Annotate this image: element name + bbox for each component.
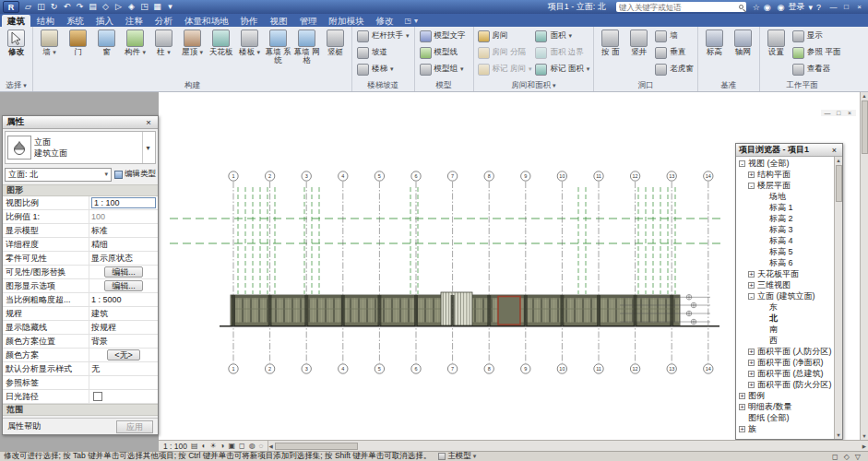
- ribbon-button[interactable]: 栏杆扶手▾: [355, 28, 411, 44]
- scroll-down-icon[interactable]: ▼: [862, 432, 866, 440]
- thin-lines-icon[interactable]: ▦: [151, 1, 163, 13]
- scroll-right-icon[interactable]: ▶: [862, 443, 868, 450]
- minimize-icon[interactable]: —: [827, 1, 839, 13]
- temporary-hide-icon[interactable]: ◍: [249, 442, 256, 450]
- panel-dropdown-icon[interactable]: ▾: [23, 82, 27, 89]
- ribbon-button[interactable]: 窗: [92, 28, 121, 56]
- property-value[interactable]: 编辑...: [89, 266, 158, 278]
- ribbon-button[interactable]: 竖井: [624, 28, 653, 56]
- browser-tree-item[interactable]: 标高 6: [736, 257, 834, 268]
- property-value[interactable]: 精细: [89, 238, 158, 251]
- ribbon-minimize-icon[interactable]: ▾: [414, 17, 418, 25]
- login-label[interactable]: 登录: [788, 1, 804, 13]
- crop-view-icon[interactable]: ▣: [228, 442, 235, 450]
- reveal-hidden-icon[interactable]: ◌: [259, 442, 264, 450]
- view-selector[interactable]: 立面: 北 ▾: [5, 168, 112, 182]
- panel-caption-model[interactable]: 模型: [415, 80, 473, 91]
- ribbon-button[interactable]: 标记 面积▾: [533, 61, 591, 77]
- measure-icon[interactable]: ◇: [100, 1, 112, 13]
- sync-icon[interactable]: ↻: [48, 1, 60, 13]
- scroll-down-icon[interactable]: ▼: [836, 431, 840, 439]
- panel-caption-datum[interactable]: 基准: [698, 80, 759, 91]
- tree-expander-icon[interactable]: +: [748, 349, 755, 355]
- ribbon-button[interactable]: 垂直: [653, 44, 696, 61]
- browser-tree-item[interactable]: - 视图 (全部): [736, 158, 834, 169]
- ribbon-tab[interactable]: 结构: [31, 15, 60, 27]
- browser-tree-item[interactable]: + 结构平面: [736, 169, 834, 180]
- ribbon-tab[interactable]: 协作: [235, 15, 264, 27]
- browser-tree-item[interactable]: 标高 1: [736, 202, 834, 213]
- browser-tree-item[interactable]: 东: [736, 301, 834, 313]
- ribbon-button[interactable]: 设置: [762, 28, 791, 56]
- property-value[interactable]: 按规程: [89, 321, 158, 334]
- ribbon-button[interactable]: 面积▾: [533, 28, 591, 44]
- ribbon-tab[interactable]: 分析: [149, 15, 178, 27]
- browser-tree-item[interactable]: + 族: [736, 423, 834, 434]
- tree-expander-icon[interactable]: -: [739, 160, 745, 167]
- sun-path-icon[interactable]: ☀: [209, 442, 216, 450]
- ribbon-button[interactable]: 参照 平面: [791, 44, 842, 61]
- qat-dropdown-icon[interactable]: ▾: [164, 1, 176, 13]
- vertical-scrollbar-thumb[interactable]: [862, 100, 868, 154]
- close-icon[interactable]: ×: [829, 146, 839, 155]
- property-value[interactable]: [89, 376, 158, 389]
- properties-header[interactable]: 属性 ×: [3, 116, 158, 129]
- ribbon-button[interactable]: 屋顶 ▾: [178, 28, 207, 56]
- ribbon-button[interactable]: 标高: [700, 28, 729, 56]
- ribbon-tab[interactable]: 视图: [265, 15, 293, 27]
- ribbon-tab[interactable]: 系统: [61, 15, 89, 27]
- ribbon-button[interactable]: 标记 房间▾: [476, 61, 534, 77]
- view-scale[interactable]: 1 : 100: [163, 442, 187, 451]
- ribbon-tab[interactable]: 体量和场地: [179, 15, 234, 27]
- vertical-scrollbar[interactable]: ▲ ▼: [860, 92, 868, 440]
- browser-tree-item[interactable]: 南: [736, 324, 834, 335]
- undo-icon[interactable]: ↶: [61, 1, 73, 13]
- browser-scrollbar[interactable]: ▲ ▼: [834, 157, 842, 439]
- ribbon-button[interactable]: 查看器: [791, 61, 842, 77]
- ribbon-button[interactable]: 天花板: [207, 28, 235, 56]
- ribbon-button[interactable]: 幕墙 系统: [264, 28, 292, 65]
- ribbon-button[interactable]: 模型组▾: [418, 61, 466, 77]
- ribbon-button[interactable]: 面积 边界: [533, 44, 591, 61]
- ribbon-button[interactable]: 显示: [791, 28, 842, 44]
- browser-tree-item[interactable]: 西: [736, 335, 834, 346]
- ribbon-button[interactable]: 按 面: [596, 28, 624, 56]
- panel-caption-build[interactable]: 构建: [33, 80, 351, 91]
- browser-tree-item[interactable]: + 面积平面 (净面积): [736, 357, 834, 368]
- ribbon-tab[interactable]: 管理: [294, 15, 323, 27]
- browser-scrollbar-thumb[interactable]: [836, 165, 842, 202]
- close-icon[interactable]: ×: [143, 117, 154, 127]
- properties-help-link[interactable]: 属性帮助: [7, 420, 41, 432]
- exclude-options-icon[interactable]: ◇: [844, 453, 850, 461]
- tree-expander-icon[interactable]: +: [739, 426, 745, 432]
- ribbon-tab[interactable]: 修改: [371, 15, 399, 27]
- browser-tree-item[interactable]: + 天花板平面: [736, 268, 834, 279]
- browser-tree-item[interactable]: + 面积平面 (防火分区): [736, 379, 834, 390]
- section-header-extents[interactable]: 范围: [3, 404, 158, 416]
- type-selector[interactable]: 立面 建筑立面 ▾: [5, 131, 156, 164]
- ribbon-button[interactable]: 坡道: [355, 44, 392, 61]
- browser-tree-item[interactable]: + 面积平面 (总建筑): [736, 368, 834, 379]
- save-icon[interactable]: ◫: [35, 1, 47, 13]
- browser-tree-item[interactable]: + 三维视图: [736, 279, 834, 290]
- project-browser-header[interactable]: 项目浏览器 - 项目1 ×: [736, 144, 842, 157]
- tree-expander-icon[interactable]: +: [739, 393, 745, 399]
- login-group[interactable]: ◉ 登录 ▾ ?: [778, 1, 821, 13]
- tree-expander-icon[interactable]: +: [739, 404, 745, 410]
- ribbon-button[interactable]: 柱 ▾: [149, 28, 178, 56]
- design-option-select[interactable]: 主模型 ▾: [438, 451, 476, 461]
- crop-region-icon[interactable]: ◻: [239, 442, 245, 450]
- restore-icon[interactable]: □: [840, 1, 852, 13]
- view-restore-icon[interactable]: □: [834, 110, 843, 116]
- redo-icon[interactable]: ↷: [74, 1, 86, 13]
- section-header-graphics[interactable]: 图形: [3, 184, 158, 196]
- panel-dropdown-icon[interactable]: ▾: [553, 82, 556, 89]
- ribbon-button[interactable]: 构件 ▾: [121, 28, 149, 56]
- login-dropdown-icon[interactable]: ▾: [808, 3, 813, 12]
- horizontal-scrollbar-thumb[interactable]: [275, 443, 358, 450]
- ribbon-button[interactable]: 竖梃: [321, 28, 350, 56]
- tag-icon[interactable]: ▷: [113, 1, 125, 13]
- visual-style-icon[interactable]: ◐: [202, 442, 207, 450]
- close-icon[interactable]: ×: [853, 1, 865, 13]
- panel-caption-room-area[interactable]: 房间和面积▾: [474, 80, 594, 91]
